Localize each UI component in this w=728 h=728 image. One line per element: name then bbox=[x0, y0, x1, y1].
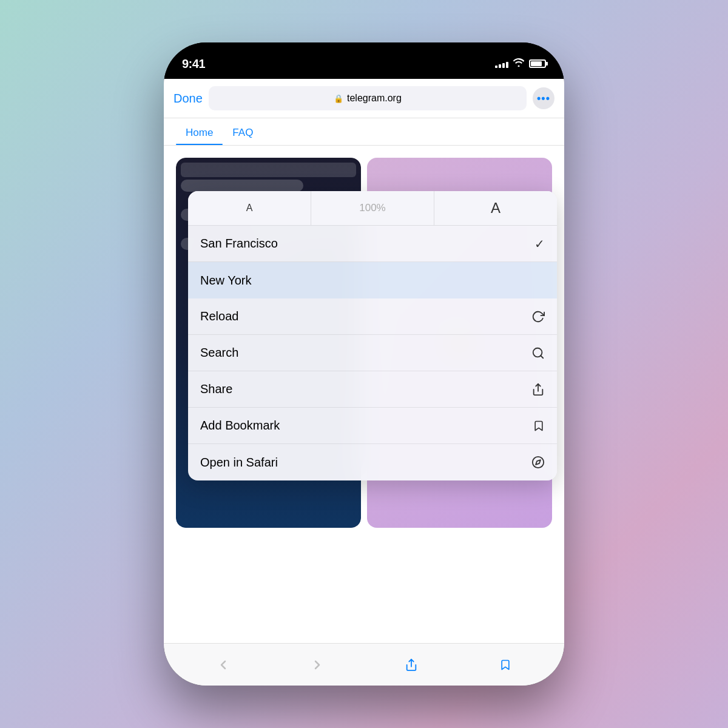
context-menu: A 100% A San Francisco ✓ bbox=[188, 191, 557, 480]
reload-label: Reload bbox=[200, 309, 238, 323]
reload-icon bbox=[531, 310, 545, 323]
small-a-label: A bbox=[246, 203, 253, 214]
font-size-row: A 100% A bbox=[188, 191, 557, 226]
menu-item-reload[interactable]: Reload bbox=[188, 298, 557, 335]
menu-item-san-francisco[interactable]: San Francisco ✓ bbox=[188, 226, 557, 262]
more-button[interactable]: ••• bbox=[533, 87, 554, 109]
back-button[interactable] bbox=[208, 650, 238, 680]
phone-frame: 9:41 Done 🔒 telegram.or bbox=[164, 42, 564, 686]
search-label: Search bbox=[200, 346, 238, 360]
menu-item-new-york[interactable]: New York bbox=[188, 262, 557, 298]
bottom-toolbar bbox=[164, 643, 564, 686]
battery-icon bbox=[529, 59, 546, 68]
website-content: Home FAQ bbox=[164, 118, 564, 643]
share-icon bbox=[531, 383, 545, 396]
status-time: 9:41 bbox=[182, 57, 205, 71]
share-toolbar-button[interactable] bbox=[396, 650, 426, 680]
ellipsis-icon: ••• bbox=[537, 92, 550, 105]
svg-line-1 bbox=[541, 356, 543, 358]
font-percent-display: 100% bbox=[311, 191, 434, 225]
share-label: Share bbox=[200, 382, 232, 396]
status-bar: 9:41 bbox=[164, 42, 564, 79]
tabs-bar: Home FAQ bbox=[164, 118, 564, 146]
bookmark-icon bbox=[533, 419, 545, 433]
menu-item-search[interactable]: Search bbox=[188, 335, 557, 371]
url-text: telegram.org bbox=[347, 93, 402, 104]
checkmark-icon: ✓ bbox=[534, 237, 545, 251]
browser-chrome: Done 🔒 telegram.org ••• bbox=[164, 79, 564, 118]
lock-icon: 🔒 bbox=[334, 94, 343, 103]
done-button[interactable]: Done bbox=[174, 92, 203, 106]
phone-screen: Done 🔒 telegram.org ••• Home FAQ bbox=[164, 79, 564, 686]
search-icon bbox=[531, 346, 545, 360]
menu-item-add-bookmark[interactable]: Add Bookmark bbox=[188, 408, 557, 444]
compass-icon bbox=[531, 456, 545, 469]
wifi-icon bbox=[513, 58, 524, 69]
font-percent-value: 100% bbox=[359, 202, 385, 214]
open-safari-label: Open in Safari bbox=[200, 456, 278, 470]
decrease-font-button[interactable]: A bbox=[188, 191, 311, 225]
url-bar[interactable]: 🔒 telegram.org bbox=[209, 86, 527, 110]
bookmark-toolbar-button[interactable] bbox=[490, 650, 521, 680]
tab-home[interactable]: Home bbox=[176, 118, 223, 145]
menu-item-open-safari[interactable]: Open in Safari bbox=[188, 444, 557, 480]
signal-icon bbox=[495, 59, 508, 68]
new-york-label: New York bbox=[200, 274, 252, 288]
add-bookmark-label: Add Bookmark bbox=[200, 419, 280, 433]
tab-faq[interactable]: FAQ bbox=[223, 118, 263, 145]
large-a-label: A bbox=[491, 200, 500, 217]
forward-button[interactable] bbox=[302, 650, 332, 680]
san-francisco-label: San Francisco bbox=[200, 237, 278, 251]
status-icons bbox=[495, 58, 546, 69]
menu-item-share[interactable]: Share bbox=[188, 371, 557, 408]
increase-font-button[interactable]: A bbox=[434, 191, 557, 225]
